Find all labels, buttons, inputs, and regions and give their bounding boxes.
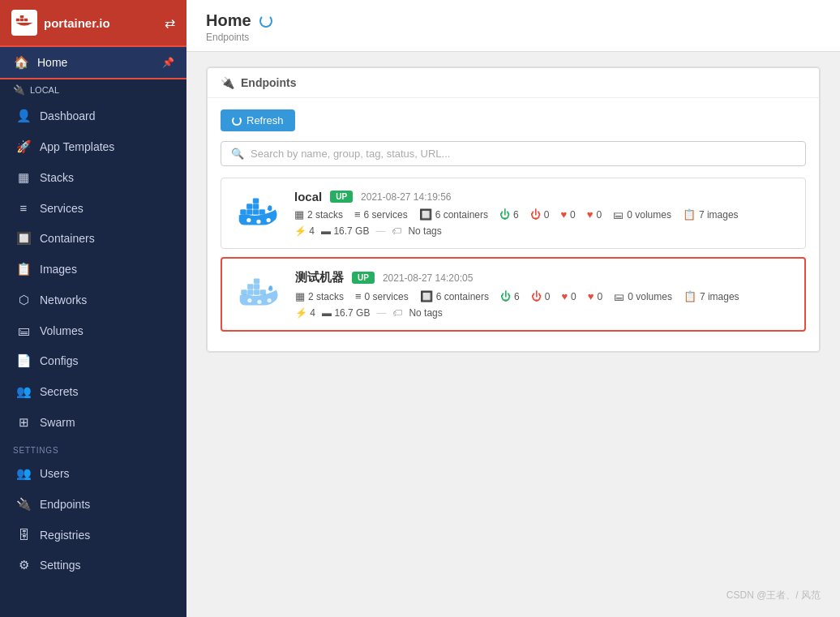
stacks-stat-icon-test: ▦ [295, 290, 305, 302]
sidebar-logo[interactable]: portainer.io ⇄ [0, 0, 186, 45]
endpoint-timestamp-local: 2021-08-27 14:19:56 [361, 191, 451, 203]
stacks-count-test: 2 stacks [308, 291, 344, 302]
app-templates-icon: 🚀 [15, 139, 32, 154]
pin-icon: 📌 [162, 57, 174, 68]
configs-icon: 📄 [15, 353, 32, 368]
sidebar-item-app-templates[interactable]: 🚀 App Templates [0, 131, 186, 162]
tag-icon-local: 🏷 [392, 225, 401, 237]
logo-text: portainer.io [44, 16, 110, 30]
endpoints-section-header: 🔌 Endpoints [207, 67, 820, 98]
main-content: Home Endpoints 🔌 Endpoints Refresh 🔍 Sea… [186, 0, 840, 617]
containers-count-test: 6 containers [436, 291, 489, 302]
volumes-icon: 🖴 [15, 323, 32, 337]
volumes-stat-local: 🖴 0 volumes [613, 208, 671, 221]
heart2-icon-test: ♥ [588, 290, 594, 302]
local-section: 🔌 LOCAL [0, 79, 186, 101]
power-on-icon: ⏻ [499, 208, 510, 221]
status-badge-local: up [330, 191, 353, 203]
settings-label: Settings [40, 559, 81, 572]
sidebar-item-users[interactable]: 👥 Users [0, 458, 186, 489]
sidebar-item-registries[interactable]: 🗄 Registries [0, 520, 186, 550]
endpoint-tags-test: ⚡ 4 ▬ 16.7 GB — 🏷 No tags [295, 307, 790, 319]
sidebar-item-images[interactable]: 📋 Images [0, 254, 186, 285]
dashboard-label: Dashboard [40, 109, 96, 122]
settings-section-label: SETTINGS [0, 438, 186, 458]
logo-icon [11, 10, 37, 36]
sidebar-item-swarm[interactable]: ⊞ Swarm [0, 407, 186, 438]
endpoint-name-test: 测试机器 [295, 270, 344, 285]
stacks-stat-test: ▦ 2 stacks [295, 290, 344, 302]
svg-rect-6 [253, 210, 259, 215]
sidebar-item-secrets[interactable]: 👥 Secrets [0, 376, 186, 407]
plug-icon: 🔌 [13, 84, 25, 96]
home-label: Home [37, 56, 67, 69]
registries-label: Registries [40, 529, 90, 542]
endpoints-label: Endpoints [40, 498, 90, 511]
endpoints-section-label: Endpoints [241, 76, 296, 89]
search-bar[interactable]: 🔍 Search by name, group, tag, status, UR… [221, 141, 806, 166]
sidebar-item-endpoints[interactable]: 🔌 Endpoints [0, 489, 186, 520]
sidebar-item-networks[interactable]: ⬡ Networks [0, 285, 186, 315]
services-stat-test: ≡ 0 services [355, 290, 409, 302]
dashboard-icon: 👤 [15, 109, 32, 123]
heart2-icon: ♥ [587, 208, 594, 221]
app-templates-label: App Templates [40, 140, 114, 153]
sidebar-item-settings[interactable]: ⚙ Settings [0, 550, 186, 581]
containers-icon: 🔲 [15, 231, 32, 246]
users-label: Users [40, 467, 70, 480]
tag-icon-test: 🏷 [392, 307, 402, 319]
images-stat-icon-test: 📋 [684, 290, 696, 302]
endpoint-stats-test: ▦ 2 stacks ≡ 0 services 🔲 6 containers [295, 290, 790, 302]
sidebar: portainer.io ⇄ 🏠 Home 📌 🔌 LOCAL 👤 Dashbo… [0, 0, 186, 617]
stacks-label: Stacks [40, 171, 74, 184]
power-off-stat-test: ⏻ 0 [531, 290, 551, 302]
sidebar-item-volumes[interactable]: 🖴 Volumes [0, 315, 186, 345]
services-stat-icon-test: ≡ [355, 290, 362, 302]
power-off-icon-test: ⏻ [531, 290, 542, 302]
sidebar-item-stacks[interactable]: ▦ Stacks [0, 162, 186, 193]
svg-point-14 [267, 218, 271, 222]
swarm-icon: ⊞ [15, 415, 32, 430]
power-on-stat-test: ⏻ 6 [500, 290, 520, 302]
images-stat-local: 📋 7 images [683, 208, 739, 221]
containers-stat-test: 🔲 6 containers [420, 290, 489, 302]
sidebar-item-dashboard[interactable]: 👤 Dashboard [0, 101, 186, 131]
endpoint-name-row-local: local up 2021-08-27 14:19:56 [294, 190, 791, 204]
images-stat-test: 📋 7 images [684, 290, 739, 302]
volumes-stat-icon-test: 🖴 [614, 290, 624, 302]
containers-count-local: 6 containers [435, 209, 488, 221]
heart-stat-local: ♥ 0 [560, 208, 575, 221]
main-body: 🔌 Endpoints Refresh 🔍 Search by name, gr… [186, 52, 840, 617]
tags-test: No tags [409, 307, 442, 319]
sidebar-item-home[interactable]: 🏠 Home 📌 [0, 45, 186, 79]
svg-rect-4 [240, 210, 246, 215]
refresh-btn-icon [232, 116, 242, 126]
secrets-label: Secrets [40, 385, 78, 398]
svg-point-23 [247, 298, 251, 302]
volumes-label: Volumes [40, 324, 84, 337]
svg-point-25 [268, 298, 272, 302]
stacks-stat-local: ▦ 2 stacks [294, 208, 343, 221]
refresh-button[interactable]: Refresh [221, 109, 295, 131]
svg-point-12 [246, 218, 251, 222]
svg-rect-5 [246, 210, 252, 215]
containers-stat-icon: 🔲 [419, 208, 432, 221]
endpoint-card-test[interactable]: 测试机器 up 2021-08-27 14:20:05 ▦ 2 stacks ≡ [221, 257, 806, 332]
stacks-count-local: 2 stacks [307, 209, 343, 221]
sidebar-item-containers[interactable]: 🔲 Containers [0, 223, 186, 254]
plug-section-icon: 🔌 [221, 76, 234, 89]
svg-rect-15 [241, 290, 246, 295]
page-title: Home [206, 11, 821, 30]
containers-stat-icon-test: 🔲 [420, 290, 433, 302]
services-stat-icon: ≡ [354, 208, 361, 221]
local-label: LOCAL [30, 85, 59, 95]
sidebar-item-configs[interactable]: 📄 Configs [0, 345, 186, 376]
status-badge-test: up [352, 272, 375, 284]
settings-icon: ⚙ [15, 558, 32, 572]
endpoint-card-local[interactable]: local up 2021-08-27 14:19:56 ▦ 2 stacks … [221, 178, 806, 249]
heart2-stat-test: ♥ 0 [588, 290, 602, 302]
sidebar-item-services[interactable]: ≡ Services [0, 193, 186, 223]
endpoint-timestamp-test: 2021-08-27 14:20:05 [383, 272, 473, 284]
svg-rect-19 [247, 285, 253, 289]
svg-rect-8 [246, 204, 252, 209]
